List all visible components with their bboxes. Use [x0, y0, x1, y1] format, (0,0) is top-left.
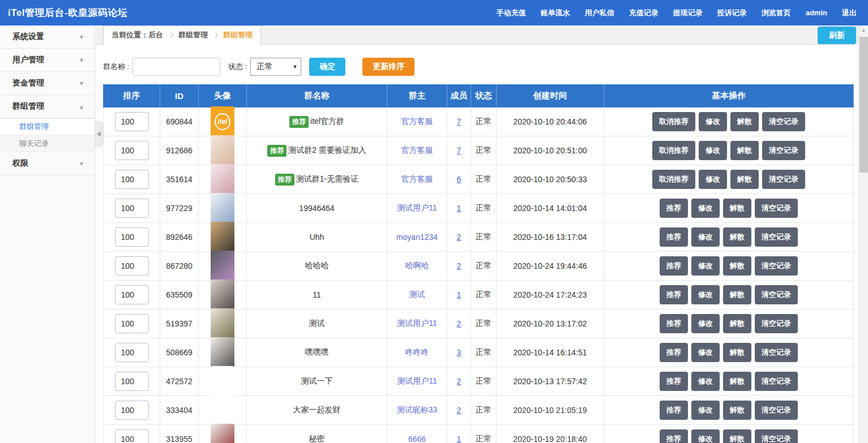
owner-link[interactable]: 哈啊哈	[405, 261, 429, 270]
sort-input[interactable]	[115, 112, 149, 131]
owner-link[interactable]: 测试用户11	[397, 203, 437, 212]
action-button[interactable]: 解散	[723, 429, 751, 443]
action-button[interactable]: 修改	[699, 112, 727, 131]
action-button[interactable]: 解散	[723, 227, 751, 247]
scrollbar-thumb[interactable]	[860, 37, 868, 173]
owner-link[interactable]: 官方客服	[401, 145, 433, 154]
sort-input[interactable]	[115, 141, 149, 160]
action-button[interactable]: 解散	[730, 170, 759, 189]
owner-link[interactable]: 测试用户11	[397, 376, 437, 385]
action-button[interactable]: 修改	[691, 227, 720, 247]
sort-input[interactable]	[115, 343, 149, 362]
action-button[interactable]: 清空记录	[755, 372, 798, 391]
members-link[interactable]: 2	[457, 233, 461, 242]
action-button[interactable]: 修改	[691, 314, 720, 333]
members-link[interactable]: 2	[457, 377, 461, 386]
sort-input[interactable]	[115, 199, 149, 218]
action-button[interactable]: 清空记录	[755, 343, 798, 362]
owner-link[interactable]: 测试用户11	[397, 319, 437, 328]
action-button[interactable]: 清空记录	[755, 199, 798, 218]
action-button[interactable]: 解散	[723, 199, 751, 218]
owner-link[interactable]: 咚咚咚	[405, 347, 429, 356]
group-name-input[interactable]	[132, 58, 220, 76]
owner-link[interactable]: 官方客服	[401, 174, 433, 183]
action-button[interactable]: 清空记录	[762, 141, 805, 160]
breadcrumb-item[interactable]: 群组管理	[223, 30, 253, 40]
action-button[interactable]: 推荐	[660, 429, 688, 443]
sort-input[interactable]	[115, 429, 149, 443]
action-button[interactable]: 清空记录	[755, 285, 798, 304]
action-button[interactable]: 推荐	[660, 256, 688, 276]
action-button[interactable]: 修改	[691, 401, 720, 420]
members-link[interactable]: 1	[457, 435, 461, 443]
members-link[interactable]: 3	[457, 348, 461, 357]
owner-link[interactable]: 测试	[409, 290, 425, 299]
refresh-button[interactable]: 刷新	[818, 27, 856, 44]
sidebar-item[interactable]: 群组管理▲	[0, 95, 95, 118]
action-button[interactable]: 清空记录	[755, 314, 798, 333]
top-menu-item[interactable]: 投诉记录	[717, 8, 747, 18]
action-button[interactable]: 解散	[723, 314, 751, 333]
action-button[interactable]: 取消推荐	[652, 141, 695, 160]
sidebar-collapse-handle[interactable]	[95, 121, 103, 147]
owner-link[interactable]: 官方客服	[401, 117, 433, 126]
action-button[interactable]: 解散	[723, 256, 751, 276]
top-menu-item[interactable]: 账单流水	[541, 8, 570, 18]
sort-input[interactable]	[115, 227, 149, 247]
action-button[interactable]: 推荐	[660, 314, 688, 333]
members-link[interactable]: 1	[457, 204, 461, 213]
action-button[interactable]: 解散	[723, 372, 751, 391]
sidebar-subitem[interactable]: 聊天记录	[0, 135, 95, 152]
action-button[interactable]: 修改	[699, 170, 727, 189]
owner-link[interactable]: 6666	[408, 435, 426, 443]
sidebar-item[interactable]: 资金管理▼	[0, 72, 95, 95]
scroll-up-arrow[interactable]: ▲	[859, 25, 868, 35]
sort-input[interactable]	[115, 285, 149, 304]
action-button[interactable]: 推荐	[660, 285, 688, 304]
action-button[interactable]: 取消推荐	[652, 170, 695, 189]
sort-input[interactable]	[115, 256, 149, 276]
action-button[interactable]: 清空记录	[755, 227, 798, 247]
action-button[interactable]: 解散	[723, 401, 751, 420]
update-sort-button[interactable]: 更新排序	[362, 58, 414, 76]
sort-input[interactable]	[115, 401, 149, 420]
action-button[interactable]: 清空记录	[755, 401, 798, 420]
members-link[interactable]: 2	[457, 319, 461, 328]
action-button[interactable]: 清空记录	[762, 112, 805, 131]
action-button[interactable]: 推荐	[660, 401, 688, 420]
sort-input[interactable]	[115, 372, 149, 391]
action-button[interactable]: 修改	[691, 256, 720, 276]
owner-link[interactable]: moyan1234	[396, 233, 438, 242]
top-menu-item[interactable]: admin	[806, 8, 827, 17]
members-link[interactable]: 2	[457, 406, 461, 415]
action-button[interactable]: 清空记录	[755, 429, 798, 443]
top-menu-item[interactable]: 手动充值	[497, 8, 526, 18]
owner-link[interactable]: 测试昵称33	[397, 405, 438, 414]
action-button[interactable]: 推荐	[660, 227, 688, 247]
sidebar-item[interactable]: 用户管理▼	[0, 49, 95, 72]
top-menu-item[interactable]: 退出	[842, 8, 857, 18]
action-button[interactable]: 修改	[691, 372, 720, 391]
action-button[interactable]: 推荐	[660, 199, 688, 218]
action-button[interactable]: 解散	[730, 112, 759, 131]
action-button[interactable]: 清空记录	[755, 256, 798, 276]
sidebar-subitem[interactable]: 群组管理	[0, 118, 95, 135]
action-button[interactable]: 解散	[730, 141, 759, 160]
action-button[interactable]: 解散	[723, 285, 751, 304]
members-link[interactable]: 6	[457, 175, 461, 184]
action-button[interactable]: 取消推荐	[652, 112, 695, 131]
breadcrumb-item[interactable]: 群组管理	[178, 30, 208, 40]
members-link[interactable]: 2	[457, 261, 461, 270]
action-button[interactable]: 推荐	[660, 343, 688, 362]
sort-input[interactable]	[115, 314, 149, 333]
action-button[interactable]: 修改	[691, 429, 720, 443]
status-select[interactable]: 正常 ▼	[250, 58, 301, 76]
action-button[interactable]: 修改	[691, 285, 720, 304]
sidebar-item[interactable]: 系统设置▼	[0, 25, 95, 49]
members-link[interactable]: 7	[457, 117, 461, 126]
action-button[interactable]: 推荐	[660, 372, 688, 391]
action-button[interactable]: 修改	[691, 199, 720, 218]
action-button[interactable]: 修改	[691, 343, 720, 362]
members-link[interactable]: 1	[457, 290, 461, 299]
confirm-button[interactable]: 确定	[309, 58, 345, 76]
